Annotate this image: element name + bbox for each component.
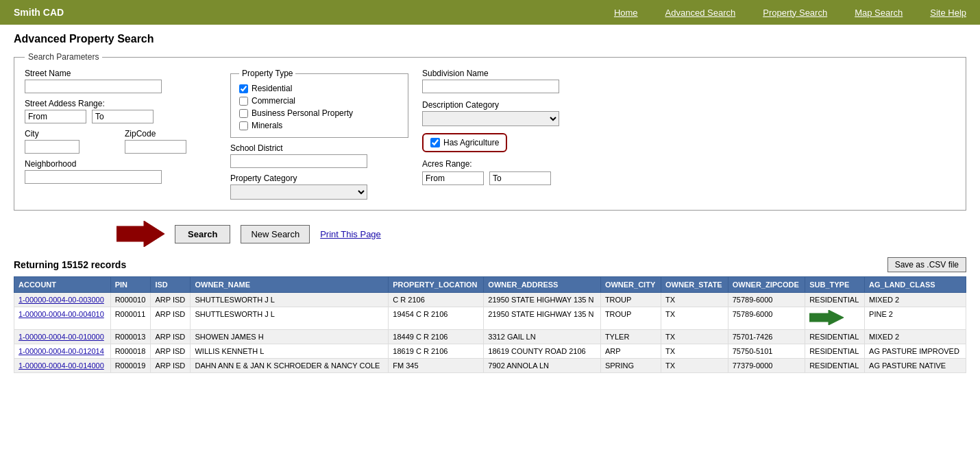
has-agriculture-box: Has Agriculture <box>422 133 507 152</box>
cell-pin: R000019 <box>110 359 151 373</box>
zipcode-label: ZipCode <box>125 129 217 139</box>
checkbox-commercial-input[interactable] <box>239 97 248 106</box>
checkbox-minerals-label: Minerals <box>252 121 282 130</box>
nav-advanced-search[interactable]: Advanced Search <box>665 8 736 18</box>
checkbox-commercial-label: Commercial <box>252 96 295 106</box>
nav-home[interactable]: Home <box>614 8 638 18</box>
left-col: Street Name Street Addess Range: City <box>25 69 217 200</box>
checkbox-residential[interactable]: Residential <box>239 84 400 93</box>
subdivision-name-input[interactable] <box>422 80 559 93</box>
zipcode-input[interactable] <box>125 140 186 154</box>
svg-marker-1 <box>809 310 844 325</box>
cell-owner-zipcode: 75789-6000 <box>728 307 805 330</box>
acres-to-input[interactable] <box>489 171 551 185</box>
property-type-legend: Property Type <box>239 69 295 78</box>
property-type-fieldset: Property Type Residential Commercial <box>230 69 408 138</box>
cell-owner-state: TX <box>661 330 728 344</box>
street-name-group: Street Name <box>25 69 217 93</box>
col-isd: ISD <box>151 277 191 293</box>
table-row: 1-00000-0004-00-012014 R000018 ARP ISD W… <box>14 344 966 359</box>
cell-account[interactable]: 1-00000-0004-00-003000 <box>14 293 111 307</box>
cell-owner-address: 21950 STATE HIGHWAY 135 N <box>484 293 601 307</box>
has-agriculture-checkbox[interactable] <box>430 138 440 147</box>
checkbox-commercial[interactable]: Commercial <box>239 96 400 106</box>
acres-range-inputs <box>422 171 955 185</box>
neighborhood-label: Neighborhood <box>25 159 217 169</box>
cell-pin: R000013 <box>110 330 151 344</box>
property-category-group: Property Category <box>230 174 408 200</box>
school-district-input[interactable] <box>230 154 367 168</box>
cell-owner-name: SHUTTLESWORTH J L <box>191 307 389 330</box>
has-agriculture-label: Has Agriculture <box>443 138 499 147</box>
cell-pin: R000018 <box>110 344 151 359</box>
cell-sub-type <box>805 307 865 330</box>
cell-isd: ARP ISD <box>151 344 191 359</box>
checkbox-residential-label: Residential <box>252 84 292 93</box>
cell-account[interactable]: 1-00000-0004-00-012014 <box>14 344 111 359</box>
records-count: Returning 15152 records <box>14 259 126 270</box>
checkbox-residential-input[interactable] <box>239 84 248 93</box>
cell-isd: ARP ISD <box>151 330 191 344</box>
print-button[interactable]: Print This Page <box>320 229 381 239</box>
cell-owner-city: ARP <box>600 344 661 359</box>
property-category-select[interactable] <box>230 184 367 200</box>
cell-ag-land-class: PINE 2 <box>865 307 966 330</box>
search-button[interactable]: Search <box>175 225 230 243</box>
cell-owner-name: DAHN ANN E & JAN K SCHROEDER & NANCY COL… <box>191 359 389 373</box>
cell-account[interactable]: 1-00000-0004-00-004010 <box>14 307 111 330</box>
page-title: Advanced Property Search <box>14 33 966 45</box>
nav-property-search[interactable]: Property Search <box>763 8 827 18</box>
cell-owner-city: TYLER <box>600 330 661 344</box>
cell-sub-type: RESIDENTIAL <box>805 344 865 359</box>
red-arrow-icon <box>117 221 164 247</box>
description-category-select[interactable] <box>422 111 559 126</box>
nav-map-search[interactable]: Map Search <box>855 8 903 18</box>
cell-sub-type: RESIDENTIAL <box>805 359 865 373</box>
search-params-fieldset: Search Parameters Street Name Street Add… <box>14 52 966 211</box>
neighborhood-input[interactable] <box>25 170 162 184</box>
acres-from-input[interactable] <box>422 171 484 185</box>
cell-ag-land-class: AG PASTURE IMPROVED <box>865 344 966 359</box>
neighborhood-group: Neighborhood <box>25 159 217 184</box>
cell-owner-name: WILLIS KENNETH L <box>191 344 389 359</box>
nav-site-help[interactable]: Site Help <box>930 8 966 18</box>
table-body: 1-00000-0004-00-003000 R000010 ARP ISD S… <box>14 293 966 373</box>
cell-ag-land-class: MIXED 2 <box>865 293 966 307</box>
cell-owner-city: TROUP <box>600 307 661 330</box>
col-ag-land-class: AG_LAND_CLASS <box>865 277 966 293</box>
main-nav: Home Advanced Search Property Search Map… <box>614 8 966 18</box>
table-row: 1-00000-0004-00-004010 R000011 ARP ISD S… <box>14 307 966 330</box>
checkbox-business-personal-input[interactable] <box>239 109 248 118</box>
cell-owner-zipcode: 75789-6000 <box>728 293 805 307</box>
col-owner-name: OWNER_NAME <box>191 277 389 293</box>
city-input[interactable] <box>25 140 79 154</box>
cell-account[interactable]: 1-00000-0004-00-010000 <box>14 330 111 344</box>
acres-range-group: Acres Range: <box>422 159 955 185</box>
street-name-input[interactable] <box>25 80 162 93</box>
address-from-input[interactable] <box>25 110 86 123</box>
cell-account[interactable]: 1-00000-0004-00-014000 <box>14 359 111 373</box>
cell-isd: ARP ISD <box>151 307 191 330</box>
cell-owner-state: TX <box>661 344 728 359</box>
subdivision-name-group: Subdivision Name <box>422 69 955 93</box>
cell-sub-type: RESIDENTIAL <box>805 293 865 307</box>
new-search-button[interactable]: New Search <box>241 225 310 243</box>
checkbox-minerals[interactable]: Minerals <box>239 121 400 130</box>
cell-owner-name: SHOWEN JAMES H <box>191 330 389 344</box>
right-col: Subdivision Name Description Category Ha… <box>422 69 955 200</box>
cell-owner-city: SPRING <box>600 359 661 373</box>
csv-button[interactable]: Save as .CSV file <box>887 257 966 272</box>
address-to-input[interactable] <box>92 110 154 123</box>
cell-ag-land-class: AG PASTURE NATIVE <box>865 359 966 373</box>
property-type-checkboxes: Residential Commercial Business Personal… <box>239 84 400 130</box>
street-name-label: Street Name <box>25 69 217 78</box>
cell-owner-name: SHUTTLESWORTH J L <box>191 293 389 307</box>
cell-pin: R000010 <box>110 293 151 307</box>
description-category-group: Description Category <box>422 100 955 126</box>
checkbox-business-personal[interactable]: Business Personal Property <box>239 108 400 118</box>
svg-marker-0 <box>117 221 164 247</box>
cell-owner-state: TX <box>661 293 728 307</box>
checkbox-minerals-input[interactable] <box>239 121 248 130</box>
description-category-label: Description Category <box>422 100 955 110</box>
city-zip-row: City ZipCode <box>25 129 217 154</box>
